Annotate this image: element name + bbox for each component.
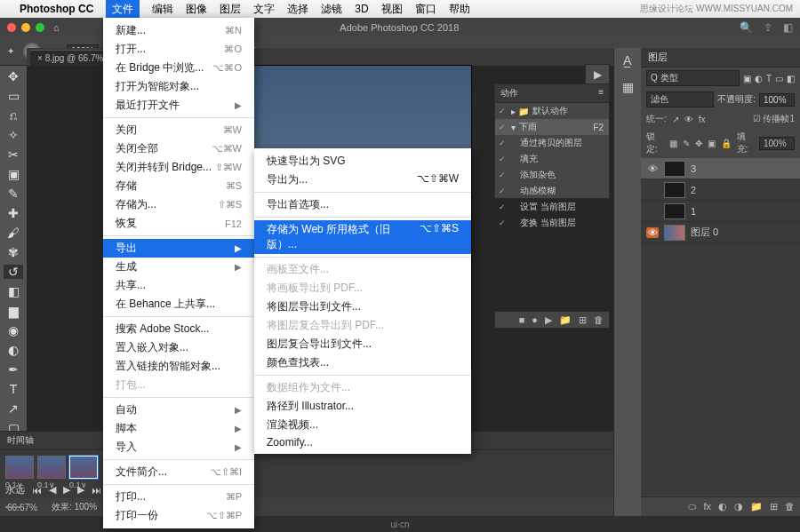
menu-save[interactable]: 存储⌘S: [103, 177, 254, 195]
menu-save-as[interactable]: 存储为...⇧⌘S: [103, 195, 254, 214]
menu-view[interactable]: 视图: [381, 2, 403, 17]
actions-folder[interactable]: ✓▸ 📁 默认动作: [495, 103, 609, 119]
lock-all-icon[interactable]: 🔒: [721, 139, 732, 148]
unify-style-icon[interactable]: fx: [699, 115, 706, 124]
menu-type[interactable]: 文字: [253, 2, 275, 17]
menu-print[interactable]: 打印...⌘P: [103, 488, 254, 506]
lock-artboard-icon[interactable]: ▣: [708, 139, 716, 148]
marquee-tool-icon[interactable]: ▭: [4, 89, 23, 103]
effects-display[interactable]: 100%: [74, 502, 97, 512]
close-window-icon[interactable]: [7, 23, 16, 32]
dodge-tool-icon[interactable]: ◐: [4, 343, 23, 357]
actions-step[interactable]: ✓设置 当前图层: [495, 199, 609, 215]
menu-file-info[interactable]: 文件简介...⌥⇧⌘I: [103, 463, 254, 481]
filter-type-icon[interactable]: T: [766, 74, 772, 83]
actions-step[interactable]: ✓变换 当前图层: [495, 215, 609, 231]
play-icon[interactable]: ▶: [63, 484, 70, 496]
menu-import[interactable]: 导入▶: [103, 438, 254, 457]
submenu-lut[interactable]: 颜色查找表...: [254, 353, 471, 372]
menu-place-embedded[interactable]: 置入嵌入对象...: [103, 338, 254, 357]
type-tool-icon[interactable]: T: [4, 382, 23, 396]
layer-name[interactable]: 2: [691, 185, 696, 195]
menu-scripts[interactable]: 脚本▶: [103, 419, 254, 438]
zoom-window-icon[interactable]: [36, 23, 44, 32]
menu-layer[interactable]: 图层: [220, 2, 241, 17]
record-icon[interactable]: ●: [532, 314, 538, 325]
app-name[interactable]: Photoshop CC: [20, 3, 93, 15]
fill-field[interactable]: 100%: [759, 137, 795, 150]
menu-automate[interactable]: 自动▶: [103, 401, 254, 419]
unify-visibility-icon[interactable]: 👁: [684, 115, 693, 124]
submenu-export-as[interactable]: 导出为...⌥⇧⌘W: [254, 171, 471, 189]
visibility-icon[interactable]: 👁: [646, 227, 659, 238]
menu-close-all[interactable]: 关闭全部⌥⌘W: [103, 139, 254, 158]
layer-name[interactable]: 1: [691, 206, 696, 217]
tool-preset-icon[interactable]: ✦: [7, 46, 14, 56]
lock-transparency-icon[interactable]: ▦: [669, 139, 677, 148]
layer-row[interactable]: 👁3: [641, 158, 800, 179]
new-layer-icon[interactable]: ⊞: [770, 501, 778, 512]
submenu-layercomp-file[interactable]: 图层复合导出到文件...: [254, 335, 471, 353]
gradient-tool-icon[interactable]: ▆: [4, 304, 23, 318]
eraser-tool-icon[interactable]: ◧: [4, 284, 23, 298]
filter-shape-icon[interactable]: ▭: [775, 74, 783, 83]
layer-thumb[interactable]: [664, 182, 685, 198]
color-swatch[interactable]: [5, 506, 21, 508]
lock-position-icon[interactable]: ✥: [695, 139, 702, 148]
blend-mode-select[interactable]: 滤色: [646, 91, 714, 107]
lock-image-icon[interactable]: ✎: [683, 139, 690, 148]
menu-browse-bridge[interactable]: 在 Bridge 中浏览...⌥⌘O: [103, 59, 254, 77]
swatches-panel-icon[interactable]: ▦: [622, 80, 634, 94]
layers-panel-tab[interactable]: 图层: [641, 48, 800, 67]
home-icon[interactable]: ⌂: [53, 22, 60, 33]
history-brush-tool-icon[interactable]: ↺: [4, 265, 23, 279]
submenu-zoomify[interactable]: Zoomify...: [254, 434, 471, 450]
submenu-export-prefs[interactable]: 导出首选项...: [254, 195, 471, 214]
menu-export[interactable]: 导出▶: [103, 239, 254, 258]
menu-edit[interactable]: 编辑: [152, 2, 173, 17]
submenu-render-video[interactable]: 渲染视频...: [254, 416, 471, 434]
menu-open[interactable]: 打开...⌘O: [103, 40, 254, 59]
minimize-window-icon[interactable]: [21, 23, 30, 32]
menu-close[interactable]: 关闭⌘W: [103, 121, 254, 139]
play-icon[interactable]: ▶: [594, 68, 602, 81]
trash-icon[interactable]: 🗑: [785, 501, 795, 512]
actions-item-selected[interactable]: ✓▾ 下雨F2: [495, 119, 609, 135]
blur-tool-icon[interactable]: ◉: [4, 323, 23, 337]
share-icon[interactable]: ⇪: [764, 21, 772, 34]
panel-menu-icon[interactable]: ≡: [598, 87, 604, 99]
filter-adj-icon[interactable]: ◐: [755, 74, 763, 83]
prev-frame-icon[interactable]: ◀: [49, 484, 56, 496]
path-tool-icon[interactable]: ↗: [4, 401, 23, 416]
stamp-tool-icon[interactable]: ✾: [4, 245, 23, 259]
menu-select[interactable]: 选择: [287, 2, 308, 17]
link-layers-icon[interactable]: ⬭: [688, 501, 696, 512]
heal-tool-icon[interactable]: ✚: [4, 206, 23, 220]
pen-tool-icon[interactable]: ✒: [4, 362, 23, 377]
layer-kind-select[interactable]: Q 类型: [646, 70, 740, 86]
brush-tool-icon[interactable]: 🖌: [4, 226, 23, 240]
move-tool-icon[interactable]: ✥: [4, 69, 23, 83]
loop-select[interactable]: 永远: [5, 483, 25, 496]
menu-share[interactable]: 共享...: [103, 276, 254, 295]
menu-image[interactable]: 图像: [186, 2, 207, 17]
layer-name[interactable]: 图层 0: [691, 226, 718, 239]
workspace-icon[interactable]: ◧: [783, 21, 793, 34]
traffic-lights[interactable]: [7, 23, 44, 32]
menu-recent[interactable]: 最近打开文件▶: [103, 96, 254, 115]
layer-row[interactable]: 👁图层 0: [641, 222, 800, 243]
wand-tool-icon[interactable]: ✧: [4, 128, 23, 142]
menu-revert[interactable]: 恢复F12: [103, 214, 254, 233]
filter-smart-icon[interactable]: ◧: [787, 74, 795, 83]
unify-position-icon[interactable]: ↗: [672, 115, 679, 124]
layer-name[interactable]: 3: [691, 163, 696, 174]
stop-icon[interactable]: ■: [519, 314, 525, 325]
menu-new[interactable]: 新建...⌘N: [103, 21, 254, 40]
layer-thumb[interactable]: [664, 161, 685, 177]
actions-step[interactable]: ✓添加杂色: [495, 167, 609, 183]
menu-help[interactable]: 帮助: [449, 2, 470, 17]
layer-mask-icon[interactable]: ◐: [718, 501, 727, 512]
character-panel-icon[interactable]: A̲: [623, 53, 632, 67]
propagate-label[interactable]: 传播帧1: [763, 114, 795, 123]
group-icon[interactable]: 📁: [750, 501, 763, 512]
